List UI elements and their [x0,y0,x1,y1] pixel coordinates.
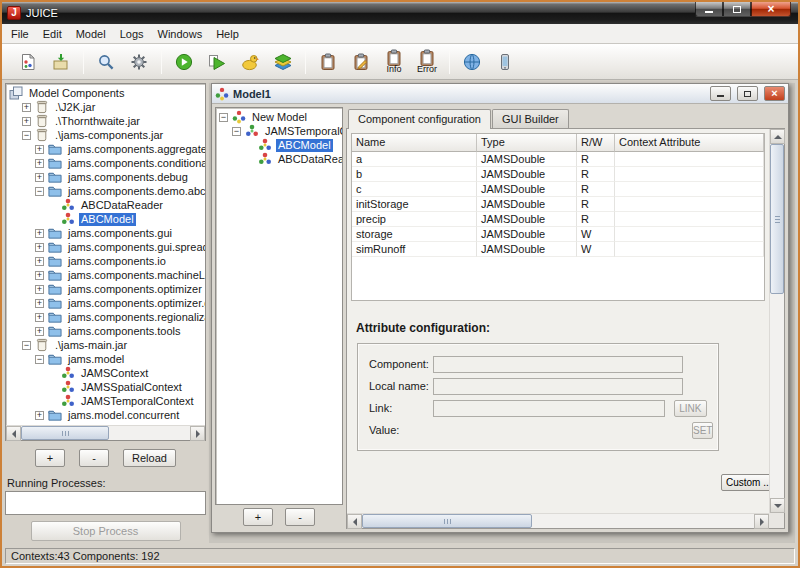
expand-toggle-icon[interactable]: + [35,243,44,252]
stop-process-button[interactable]: Stop Process [31,521,181,541]
expand-toggle-icon[interactable]: + [35,271,44,280]
gis-layers-button[interactable] [268,47,298,77]
collapse-toggle-icon[interactable]: − [35,187,44,196]
collapse-toggle-icon[interactable]: − [22,131,31,140]
menu-logs[interactable]: Logs [113,24,151,43]
tree-item-jams-components-io[interactable]: +jams.components.io [6,254,205,268]
configuration-horizontal-scrollbar[interactable] [347,513,769,528]
tree-item-jams-components-demo-abc[interactable]: −jams.components.demo.abc [6,184,205,198]
remove-jar-button[interactable]: - [79,449,109,467]
collapse-toggle-icon[interactable]: − [35,355,44,364]
tree-item-jams-components-aggregate[interactable]: +jams.components.aggregate [6,142,205,156]
new-model-button[interactable] [13,47,43,77]
table-row-c[interactable]: cJAMSDoubleR [352,182,764,197]
expand-toggle-icon[interactable]: + [22,103,31,112]
tree-item-model-components[interactable]: Model Components [6,86,205,100]
expand-toggle-icon[interactable]: + [35,411,44,420]
model-log-button[interactable] [313,47,343,77]
expand-toggle-icon[interactable]: + [35,145,44,154]
edit-log-button[interactable] [346,47,376,77]
tree-item-jamscontext[interactable]: JAMSContext [6,366,205,380]
table-row-storage[interactable]: storageJAMSDoubleW [352,227,764,242]
menu-help[interactable]: Help [209,24,246,43]
frame-maximize-button[interactable] [737,86,758,101]
info-log-button[interactable]: Info [379,47,409,77]
expand-toggle-icon[interactable]: + [35,313,44,322]
tree-item-jams-components-gui[interactable]: +jams.components.gui [6,226,205,240]
tree-item-jams-components-debug[interactable]: +jams.components.debug [6,170,205,184]
window-minimize-button[interactable] [695,2,723,17]
column-header-name[interactable]: Name [352,134,477,152]
expand-toggle-icon[interactable]: + [35,159,44,168]
local-name-field[interactable] [433,378,683,395]
window-titlebar[interactable]: J JUICE × [2,2,798,24]
scrollbar-track[interactable] [362,514,754,528]
tree-item-jams-components-regionalization[interactable]: +jams.components.regionalization [6,310,205,324]
table-row-a[interactable]: aJAMSDoubleR [352,152,764,167]
search-component-button[interactable] [91,47,121,77]
running-processes-list[interactable] [5,491,206,515]
tree-item-abcdatareader[interactable]: ABCDataReader [216,152,342,166]
tree-item-j2k-jar[interactable]: +.\J2K.jar [6,100,205,114]
scroll-left-button[interactable] [6,426,21,441]
tree-item-jams-components-conditional[interactable]: +jams.components.conditional [6,156,205,170]
model-frame-titlebar[interactable]: Model1 × [212,84,788,104]
table-row-b[interactable]: bJAMSDoubleR [352,167,764,182]
tree-item-jams-model[interactable]: −jams.model [6,352,205,366]
tree-item-jamsspatialcontext[interactable]: JAMSSpatialContext [6,380,205,394]
scrollbar-track[interactable] [21,426,190,440]
window-maximize-button[interactable] [723,2,751,17]
device-button[interactable] [490,47,520,77]
expand-toggle-icon[interactable]: + [35,173,44,182]
tree-item-new-model[interactable]: −New Model [216,110,342,124]
tree-item-jams-components-jar[interactable]: −.\jams-components.jar [6,128,205,142]
column-header-r-w[interactable]: R/W [577,134,615,152]
expand-toggle-icon[interactable]: + [35,327,44,336]
custom-attribute-button[interactable]: Custom ... [721,474,769,491]
frame-close-button[interactable]: × [764,86,785,101]
menu-edit[interactable]: Edit [36,24,69,43]
expand-toggle-icon[interactable]: + [35,299,44,308]
tree-item-abcdatareader[interactable]: ABCDataReader [6,198,205,212]
window-close-button[interactable]: × [751,2,791,17]
table-row-initstorage[interactable]: initStorageJAMSDoubleR [352,197,764,212]
expand-toggle-icon[interactable]: + [35,229,44,238]
tree-item-jams-components-optimizer[interactable]: +jams.components.optimizer [6,282,205,296]
scrollbar-thumb[interactable] [362,514,532,528]
scrollbar-track[interactable] [770,144,784,498]
juice-bird-button[interactable] [235,47,265,77]
add-jar-button[interactable]: + [35,449,65,467]
expand-toggle-icon[interactable]: + [35,285,44,294]
expand-toggle-icon[interactable]: + [35,257,44,266]
scroll-up-button[interactable] [770,129,785,144]
scrollbar-thumb[interactable] [770,144,784,294]
scroll-right-button[interactable] [754,514,769,529]
model-add-button[interactable]: + [243,508,273,526]
tree-item-abcmodel[interactable]: ABCModel [6,212,205,226]
run-model-from-file-button[interactable] [202,47,232,77]
column-header-context-attribute[interactable]: Context Attribute [615,134,764,152]
reload-button[interactable]: Reload [123,449,176,467]
tree-item-thornthwaite-jar[interactable]: +.\Thornthwaite.jar [6,114,205,128]
model-remove-button[interactable]: - [285,508,315,526]
scroll-left-button[interactable] [347,514,362,529]
tree-item-jams-components-optimizer-gradient[interactable]: +jams.components.optimizer.gradient [6,296,205,310]
scrollbar-thumb[interactable] [21,426,109,440]
link-button[interactable]: LINK [674,400,707,417]
tree-item-jams-model-concurrent[interactable]: +jams.model.concurrent [6,408,205,422]
collapse-toggle-icon[interactable]: − [22,341,31,350]
tab-gui-builder[interactable]: GUI Builder [492,109,569,128]
table-row-precip[interactable]: precipJAMSDoubleR [352,212,764,227]
tree-item-jamstemporalcontext[interactable]: JAMSTemporalContext [6,394,205,408]
expand-toggle-icon[interactable]: + [22,117,31,126]
menu-file[interactable]: File [4,24,36,43]
scroll-right-button[interactable] [190,426,205,441]
tree-item-jams-components-tools[interactable]: +jams.components.tools [6,324,205,338]
load-model-button[interactable] [46,47,76,77]
online-help-button[interactable] [457,47,487,77]
tree-item-jams-main-jar[interactable]: −.\jams-main.jar [6,338,205,352]
collapse-toggle-icon[interactable]: − [219,113,228,122]
component-field[interactable] [433,356,683,373]
run-model-button[interactable] [169,47,199,77]
tree-item-jams-components-gui-spreadsheet[interactable]: +jams.components.gui.spreadsheet [6,240,205,254]
